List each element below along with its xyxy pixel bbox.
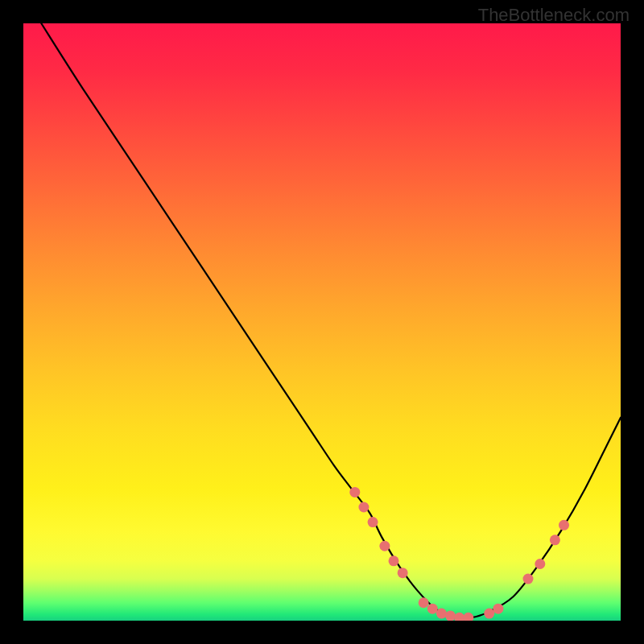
data-point — [522, 574, 533, 584]
data-point — [436, 609, 447, 619]
plot-area — [23, 23, 621, 621]
data-point — [454, 613, 464, 621]
data-point — [427, 604, 438, 614]
data-point — [445, 611, 456, 621]
data-point — [398, 568, 408, 578]
data-point — [358, 502, 369, 513]
data-point — [535, 559, 545, 569]
data-point — [419, 597, 429, 608]
data-point — [559, 520, 569, 530]
watermark-text: TheBottleneck.com — [478, 5, 630, 26]
data-point — [463, 613, 473, 621]
data-point — [550, 535, 560, 545]
curve-markers — [349, 487, 569, 621]
data-point — [484, 609, 494, 619]
bottleneck-curve — [41, 23, 621, 618]
data-point — [493, 604, 503, 614]
chart-svg — [23, 23, 621, 621]
data-point — [368, 517, 378, 527]
data-point — [389, 555, 399, 566]
data-point — [349, 487, 360, 497]
data-point — [379, 541, 390, 551]
